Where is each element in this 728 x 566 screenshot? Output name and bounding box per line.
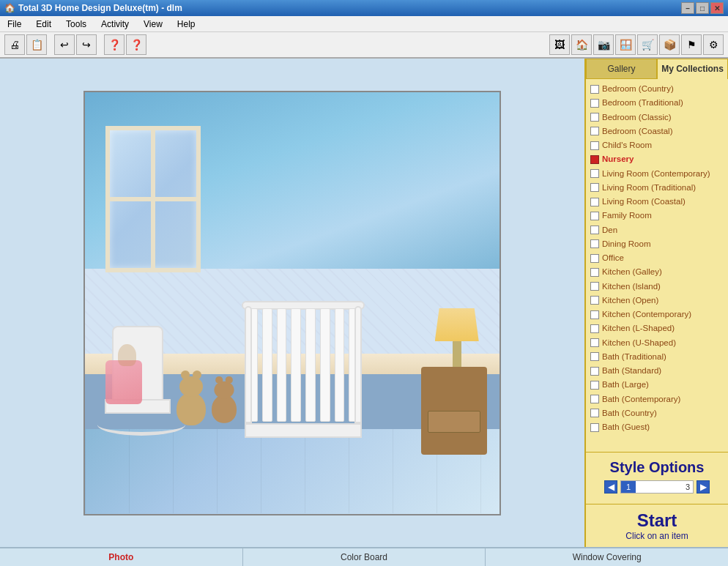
room-checkbox[interactable]: [590, 141, 599, 150]
room-checkbox[interactable]: [590, 85, 599, 94]
cart-button[interactable]: 🛒: [637, 34, 658, 55]
room-list-item[interactable]: Living Room (Traditional): [587, 181, 727, 195]
status-tab-windowcovering[interactable]: Window Covering: [486, 548, 728, 566]
room-list-item[interactable]: Nursery: [587, 152, 727, 166]
gallery-tab[interactable]: Gallery: [586, 59, 657, 79]
room-checkbox[interactable]: [590, 183, 599, 192]
room-checkbox[interactable]: [590, 423, 599, 432]
room-label: Kitchen (L-Shaped): [602, 322, 675, 335]
room-checkbox[interactable]: [590, 367, 599, 376]
print-button[interactable]: 🖨: [4, 34, 25, 55]
room-checkbox[interactable]: [590, 113, 599, 122]
close-button[interactable]: ✕: [710, 2, 724, 14]
help-button[interactable]: ❓: [104, 34, 125, 55]
room-checkbox[interactable]: [590, 239, 599, 248]
gallery-button[interactable]: 🖼: [549, 34, 570, 55]
slider-left-arrow[interactable]: ◀: [604, 480, 617, 494]
crib-slat: [277, 308, 287, 422]
room-list-item[interactable]: Bedroom (Country): [587, 82, 727, 96]
room-list-item[interactable]: Living Room (Coastal): [587, 195, 727, 209]
room-label: Bath (Traditional): [602, 351, 666, 363]
room-checkbox[interactable]: [590, 127, 599, 135]
room-list-item[interactable]: Dining Room: [587, 237, 727, 251]
room-list-item[interactable]: Kitchen (L-Shaped): [587, 321, 727, 335]
slider-track[interactable]: 1 3: [620, 480, 694, 494]
room-list-item[interactable]: Bedroom (Classic): [587, 111, 727, 124]
room-checkbox[interactable]: [590, 99, 599, 108]
menu-view[interactable]: View: [139, 18, 167, 31]
flag-button[interactable]: ⚑: [681, 34, 702, 55]
room-label: Family Room: [602, 209, 652, 222]
room-list-item[interactable]: Bath (Guest): [587, 420, 727, 434]
clipboard-button[interactable]: 📋: [26, 34, 47, 55]
bear-ear-right-1: [193, 370, 201, 379]
room-checkbox[interactable]: [590, 198, 599, 206]
start-section: Start Click on an item: [586, 504, 728, 547]
room-list-item[interactable]: Living Room (Contemporary): [587, 167, 727, 181]
room-checkbox[interactable]: [590, 226, 599, 234]
menu-file[interactable]: File: [3, 18, 26, 31]
room-checkbox[interactable]: [590, 212, 599, 220]
photo-button[interactable]: 📷: [593, 34, 614, 55]
lamp-shade: [435, 308, 479, 341]
box-button[interactable]: 📦: [659, 34, 680, 55]
slider-right-arrow[interactable]: ▶: [697, 480, 710, 494]
settings-button[interactable]: ⚙: [703, 34, 724, 55]
app-title: Total 3D Home Design Deluxe(tm) - dlm: [18, 3, 182, 13]
room-checkbox[interactable]: [590, 352, 599, 361]
redo-button[interactable]: ↪: [76, 34, 97, 55]
room-list-item[interactable]: Bath (Country): [587, 406, 727, 420]
room-label: Office: [602, 252, 624, 264]
room-label: Bath (Country): [602, 407, 657, 420]
room-list-item[interactable]: Kitchen (Galley): [587, 265, 727, 279]
room-checkbox[interactable]: [590, 169, 599, 178]
status-tab-colorboard[interactable]: Color Board: [243, 548, 486, 566]
room-checkbox[interactable]: [590, 310, 599, 319]
status-tab-photo[interactable]: Photo: [0, 548, 243, 566]
style-options-title: Style Options: [590, 458, 724, 476]
room-list-item[interactable]: Bath (Contemporary): [587, 392, 727, 406]
help2-button[interactable]: ❓: [126, 34, 146, 55]
room-list-item[interactable]: Child's Room: [587, 138, 727, 152]
crib-slat: [320, 308, 330, 422]
room-list-item[interactable]: Kitchen (Island): [587, 280, 727, 294]
room-checkbox[interactable]: [590, 324, 599, 333]
window-element: [105, 126, 201, 272]
room-list-item[interactable]: Den: [587, 223, 727, 237]
home-button[interactable]: 🏠: [571, 34, 592, 55]
undo-button[interactable]: ↩: [54, 34, 75, 55]
window-button[interactable]: 🪟: [615, 34, 636, 55]
maximize-button[interactable]: □: [696, 2, 709, 14]
menu-edit[interactable]: Edit: [31, 18, 56, 31]
menu-tools[interactable]: Tools: [62, 18, 91, 31]
room-list-item[interactable]: Bedroom (Coastal): [587, 124, 727, 138]
room-checkbox[interactable]: [590, 381, 599, 390]
room-list-item[interactable]: Bath (Traditional): [587, 350, 727, 364]
room-checkbox[interactable]: [590, 409, 599, 417]
start-subtitle: Click on an item: [590, 531, 724, 541]
menu-help[interactable]: Help: [173, 18, 200, 31]
room-checkbox[interactable]: [590, 395, 599, 403]
room-checkbox[interactable]: [590, 296, 599, 305]
room-checkbox[interactable]: [590, 338, 599, 347]
menubar: File Edit Tools Activity View Help: [0, 16, 728, 32]
room-list-item[interactable]: Kitchen (Open): [587, 294, 727, 308]
room-list-item[interactable]: Bedroom (Traditional): [587, 96, 727, 110]
room-list-item[interactable]: Kitchen (Contemporary): [587, 308, 727, 321]
room-checkbox[interactable]: [590, 254, 599, 263]
room-checkbox[interactable]: [590, 268, 599, 277]
room-list-item[interactable]: Kitchen (U-Shaped): [587, 336, 727, 350]
slider-max: 3: [686, 483, 690, 491]
titlebar-controls[interactable]: – □ ✕: [681, 2, 724, 14]
menu-activity[interactable]: Activity: [97, 18, 133, 31]
room-list-item[interactable]: Bath (Standard): [587, 364, 727, 378]
room-checkbox[interactable]: [590, 155, 599, 164]
style-slider: ◀ 1 3 ▶: [590, 480, 724, 494]
room-list-item[interactable]: Family Room: [587, 209, 727, 223]
room-checkbox[interactable]: [590, 282, 599, 291]
room-list-item[interactable]: Office: [587, 251, 727, 265]
minimize-button[interactable]: –: [681, 2, 694, 14]
room-list-item[interactable]: Bath (Large): [587, 378, 727, 392]
statusbar: Photo Color Board Window Covering: [0, 547, 728, 566]
my-collections-tab[interactable]: My Collections: [657, 59, 728, 79]
